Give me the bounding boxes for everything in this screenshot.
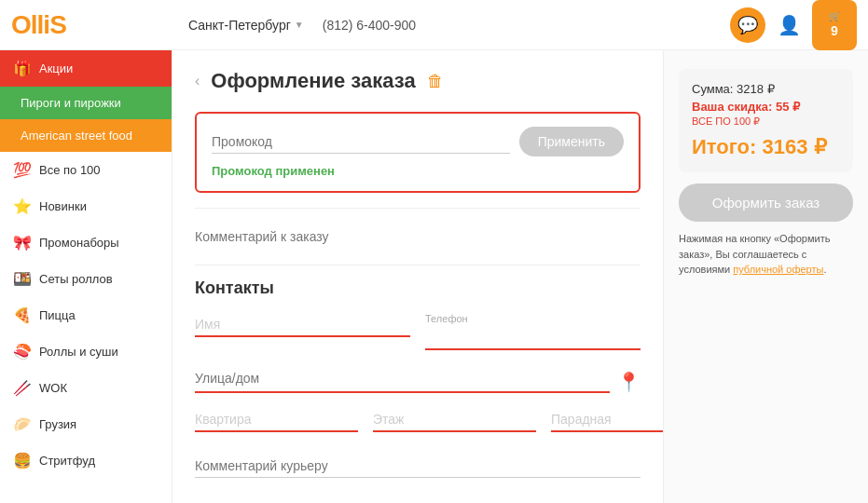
sidebar-label-gruziya: Грузия bbox=[39, 417, 76, 431]
main-layout: 🎁 Акции Пироги и пирожки American street… bbox=[0, 50, 868, 503]
sidebar-label-novinki: Новинки bbox=[39, 199, 87, 213]
header: OlliS Санкт-Петербург ▼ (812) 6-400-900 … bbox=[0, 0, 868, 50]
discount-note: ВСЕ ПО 100 ₽ bbox=[692, 116, 840, 128]
sidebar-label-wok: WОК bbox=[39, 381, 67, 395]
sidebar-item-strit[interactable]: 🍔 Стритфуд bbox=[0, 442, 172, 479]
order-button[interactable]: Оформить заказ bbox=[679, 184, 853, 222]
promo-row: Применить bbox=[212, 127, 624, 156]
user-button[interactable]: 👤 bbox=[771, 7, 806, 43]
city-selector[interactable]: Санкт-Петербург ▼ bbox=[188, 18, 304, 33]
sidebar-label-promo: Промонаборы bbox=[39, 236, 119, 250]
sidebar-item-sety[interactable]: 🍱 Сеты роллов bbox=[0, 261, 172, 297]
cart-icon: 🛒 bbox=[829, 11, 840, 21]
promo-success-message: Промокод применен bbox=[212, 164, 624, 178]
address-input[interactable] bbox=[195, 365, 610, 393]
name-field bbox=[195, 313, 410, 350]
promo-input[interactable] bbox=[212, 130, 510, 154]
sidebar-item-gruziya[interactable]: 🥟 Грузия bbox=[0, 406, 172, 442]
phone-label: Телефон bbox=[425, 313, 641, 324]
name-phone-row: Телефон bbox=[195, 313, 641, 350]
total-line: Итого: 3163 ₽ bbox=[692, 135, 840, 159]
vse100-icon: 💯 bbox=[13, 161, 32, 179]
phone-number: (812) 6-400-900 bbox=[323, 18, 416, 33]
discount-line: Ваша скидка: 55 ₽ bbox=[692, 100, 840, 114]
sushi-icon: 🍣 bbox=[13, 343, 32, 360]
sidebar-item-novinki[interactable]: ⭐ Новинки bbox=[0, 188, 172, 224]
sidebar-item-american[interactable]: American street food bbox=[0, 119, 172, 152]
address-row: 📍 bbox=[195, 365, 641, 393]
promo-box: Применить Промокод применен bbox=[195, 112, 641, 193]
sidebar-label-sety: Сеты роллов bbox=[39, 272, 113, 286]
sidebar-item-akcii[interactable]: 🎁 Акции bbox=[0, 50, 172, 87]
chevron-down-icon: ▼ bbox=[295, 20, 304, 30]
apt-field bbox=[195, 408, 358, 432]
contacts-title: Контакты bbox=[195, 279, 641, 298]
phone-input[interactable] bbox=[425, 326, 641, 350]
cart-count: 9 bbox=[831, 23, 838, 38]
header-icons: 💬 👤 🛒 9 bbox=[730, 0, 857, 50]
sidebar-label-rolly: Роллы и суши bbox=[39, 345, 118, 359]
back-button[interactable]: ‹ bbox=[195, 73, 200, 89]
sidebar: 🎁 Акции Пироги и пирожки American street… bbox=[0, 50, 172, 503]
sidebar-item-pirogi[interactable]: Пироги и пирожки bbox=[0, 87, 172, 119]
chat-button[interactable]: 💬 bbox=[730, 7, 765, 43]
terms-text: Нажимая на кнопку «Оформить заказ», Вы с… bbox=[679, 231, 853, 278]
sidebar-item-promo[interactable]: 🎀 Промонаборы bbox=[0, 224, 172, 261]
sidebar-label-pizza: Пицца bbox=[39, 308, 76, 322]
phone-field: Телефон bbox=[425, 313, 641, 350]
divider-2 bbox=[195, 265, 641, 265]
floor-input[interactable] bbox=[373, 408, 536, 432]
promo-apply-button[interactable]: Применить bbox=[519, 127, 624, 156]
content-area: ‹ Оформление заказа 🗑 Применить Промокод… bbox=[172, 50, 663, 503]
sidebar-item-vse100[interactable]: 💯 Все по 100 bbox=[0, 152, 172, 188]
sidebar-label-strit: Стритфуд bbox=[39, 454, 95, 468]
page-title: Оформление заказа bbox=[211, 69, 415, 93]
courier-comment-field bbox=[195, 447, 641, 485]
wok-icon: 🥢 bbox=[13, 379, 32, 397]
sidebar-item-pizza[interactable]: 🍕 Пицца bbox=[0, 297, 172, 333]
sidebar-label-akcii: Акции bbox=[39, 61, 73, 75]
sum-line: Сумма: 3218 ₽ bbox=[692, 82, 840, 96]
logo: OlliS bbox=[11, 10, 95, 40]
sidebar-label-american: American street food bbox=[21, 129, 132, 143]
trash-icon[interactable]: 🗑 bbox=[427, 72, 444, 91]
right-panel: Сумма: 3218 ₽ Ваша скидка: 55 ₽ ВСЕ ПО 1… bbox=[663, 50, 868, 503]
divider-1 bbox=[195, 208, 641, 209]
name-input[interactable] bbox=[195, 313, 410, 337]
sidebar-label-vse100: Все по 100 bbox=[39, 163, 101, 177]
city-name: Санкт-Петербург bbox=[188, 18, 291, 33]
courier-comment-input[interactable] bbox=[195, 455, 641, 478]
sidebar-item-rolly[interactable]: 🍣 Роллы и суши bbox=[0, 333, 172, 370]
apt-input[interactable] bbox=[195, 408, 358, 432]
star-icon: ⭐ bbox=[13, 197, 32, 215]
sidebar-item-wok[interactable]: 🥢 WОК bbox=[0, 370, 172, 406]
entrance-field bbox=[551, 408, 663, 432]
page-header: ‹ Оформление заказа 🗑 bbox=[195, 69, 641, 93]
gift-icon: 🎁 bbox=[13, 60, 32, 77]
pizza-icon: 🍕 bbox=[13, 306, 32, 324]
cart-button[interactable]: 🛒 9 bbox=[812, 0, 857, 50]
gruziya-icon: 🥟 bbox=[13, 415, 32, 433]
user-icon: 👤 bbox=[778, 14, 801, 36]
map-pin-icon[interactable]: 📍 bbox=[617, 371, 641, 393]
summary-box: Сумма: 3218 ₽ Ваша скидка: 55 ₽ ВСЕ ПО 1… bbox=[679, 69, 853, 172]
floor-field bbox=[373, 408, 536, 432]
strit-icon: 🍔 bbox=[13, 452, 32, 469]
order-comment-input[interactable] bbox=[195, 229, 641, 244]
apt-floor-entrance-row bbox=[195, 408, 641, 432]
entrance-input[interactable] bbox=[551, 408, 663, 432]
terms-link[interactable]: публичной оферты bbox=[733, 264, 823, 275]
order-comment-field bbox=[195, 220, 641, 253]
sety-icon: 🍱 bbox=[13, 270, 32, 288]
sidebar-label-pirogi: Пироги и пирожки bbox=[21, 96, 121, 110]
chat-icon: 💬 bbox=[737, 15, 758, 35]
promo-icon: 🎀 bbox=[13, 234, 32, 252]
